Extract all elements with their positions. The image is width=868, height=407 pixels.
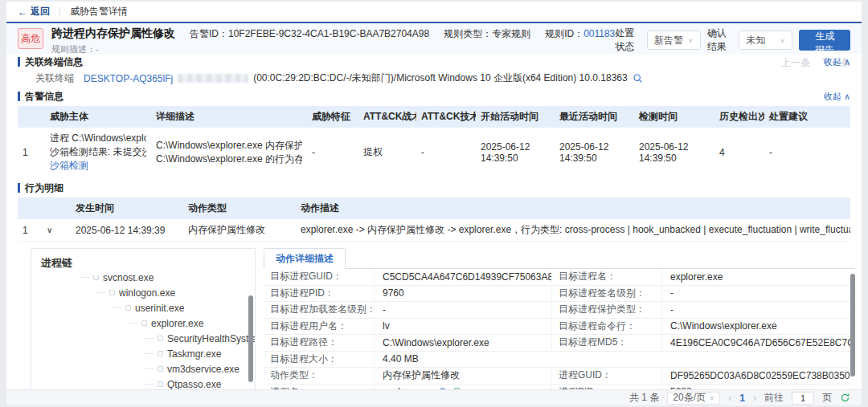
alert-info-section: 告警信息 收起 ∧ 威胁主体 详细描述 威胁特征 ATT&CK战术 ATT&CK… — [6, 88, 862, 177]
section-accent-bar — [18, 183, 20, 193]
action-detail-panel: 动作详细描述 目标进程GUID： C5CD5CA4A647C6D14939CF7… — [264, 248, 855, 405]
confirm-result-label: 确认结果 — [707, 26, 733, 54]
tree-connector — [145, 353, 154, 354]
redacted-ip — [178, 74, 248, 83]
section-accent-bar — [18, 92, 20, 101]
dispose-status-select[interactable]: 新告警 ∨ — [647, 31, 701, 50]
terminal-hostname-link[interactable]: DESKTOP-AQ365lFj — [84, 73, 173, 84]
alert-id: 告警ID：10F2FEBE-9C32-4CA1-B19C-BAA7B2704A9… — [190, 27, 429, 41]
tree-item[interactable]: userinit.exe — [31, 300, 255, 315]
tree-item[interactable]: Taskmgr.exe — [31, 346, 255, 361]
total-count: 共 1 条 — [629, 391, 659, 405]
confirm-result-select[interactable]: 未知 ∨ — [739, 31, 792, 50]
process-chain-scrollbar[interactable] — [248, 295, 253, 382]
recent-time-cell: 2025-06-12 14:39:50 — [555, 128, 634, 177]
detail-row: 目标进程用户名： lv 目标进程命令行： C:\Windows\explorer… — [264, 319, 850, 336]
goto-label: 前往 — [764, 391, 784, 405]
tree-connector — [81, 277, 89, 278]
prev-page-icon[interactable]: ‹ — [728, 393, 731, 404]
tree-connector — [113, 307, 121, 308]
generate-report-button[interactable]: 生成报告 — [799, 30, 850, 51]
detail-row: 目标进程大小： 4.40 MB — [264, 352, 850, 368]
tree-node-icon — [125, 305, 131, 311]
tree-node-icon — [109, 290, 115, 295]
attck-technique-cell: - — [416, 128, 476, 177]
process-chain-title: 进程链 — [31, 249, 255, 275]
behavior-expanded-area: 进程链 svchost.exe winlogon.exe userinit.ex… — [6, 245, 862, 405]
terminal-section-title: 关联终端信息 — [25, 55, 83, 69]
alert-header: 高危 跨进程内存保护属性修改 告警ID：10F2FEBE-9C32-4CA1-B… — [6, 23, 862, 54]
alert-info-header-row: 威胁主体 详细描述 威胁特征 ATT&CK战术 ATT&CK技术 开始活动时间 … — [18, 106, 850, 128]
chevron-down-icon: ∨ — [780, 37, 785, 44]
behavior-table: 发生时间 动作类型 动作描述 1 ∨ 2025-06-12 14:39:39 内… — [18, 197, 850, 242]
tree-node-icon — [141, 320, 147, 326]
refresh-icon[interactable] — [840, 393, 850, 403]
chevron-up-icon: ∧ — [844, 57, 850, 67]
back-label: 返回 — [31, 5, 50, 18]
chevron-down-icon: ∨ — [709, 394, 714, 401]
process-tree: svchost.exe winlogon.exe userinit.exe ex… — [31, 275, 255, 405]
tree-item[interactable]: explorer.exe — [31, 315, 255, 331]
tree-item[interactable]: svchost.exe — [31, 275, 255, 285]
tree-connector — [145, 338, 154, 339]
tree-connector — [145, 384, 154, 385]
search-icon[interactable] — [633, 73, 643, 83]
detail-panel-scrollbar[interactable] — [850, 274, 855, 376]
action-type-cell: 内存保护属性修改 — [183, 219, 296, 242]
tab-action-detail[interactable]: 动作详细描述 — [264, 248, 346, 269]
tree-node-icon — [158, 336, 163, 341]
occur-time-cell: 2025-06-12 14:39:39 — [71, 219, 183, 242]
behavior-section-title: 行为明细 — [25, 181, 63, 195]
next-page-icon[interactable]: › — [753, 393, 756, 404]
action-detail-grid: 目标进程GUID： C5CD5CA4A647C6D14939CF75063A87… — [264, 269, 850, 405]
detail-row: 动作类型： 内存保护属性修改 进程GUID： DF95265DC03A6D8C0… — [264, 368, 850, 385]
alert-info-row: 1 进程 C:\Windows\explorer.exe 沙箱检测结果: 未提交… — [18, 128, 850, 177]
row-index: 1 — [18, 219, 42, 242]
page-number[interactable]: 1 — [739, 393, 745, 404]
page-size-select[interactable]: 20条/页 ∨ — [667, 392, 720, 405]
topbar-divider — [59, 7, 60, 17]
detect-time-cell: 2025-06-12 14:39:50 — [634, 128, 714, 177]
back-button[interactable]: ← 返回 — [18, 5, 50, 18]
goto-page-input[interactable] — [792, 392, 814, 405]
prev-item-button[interactable]: 上一条 — [781, 56, 810, 70]
tree-item[interactable]: SecurityHealthSystray.exe — [31, 331, 255, 346]
action-desc-cell: explorer.exe -> 内存保护属性修改 -> explorer.exe… — [296, 219, 850, 242]
page-unit-label: 页 — [822, 391, 832, 405]
tree-connector — [129, 323, 137, 324]
terminal-collapse-link[interactable]: 收起 ∧ — [824, 56, 850, 68]
threat-subject-cell: 进程 C:\Windows\explorer.exe 沙箱检测结果: 未提交沙箱… — [45, 128, 151, 177]
tree-item[interactable]: vm3dservice.exe — [31, 361, 255, 376]
detail-tab-bar: 动作详细描述 — [264, 248, 855, 269]
chevron-down-icon: ∨ — [687, 37, 693, 44]
rule-description: 规则描述：- — [51, 43, 615, 55]
alert-info-collapse-link[interactable]: 收起 ∧ — [824, 91, 850, 103]
detail-desc-cell: C:\Windows\explorer.exe 内存保护属性修改PayLoad … — [151, 128, 307, 177]
tree-node-icon — [93, 275, 99, 280]
section-accent-bar — [18, 57, 20, 67]
chevron-up-icon: ∧ — [844, 92, 850, 102]
behavior-row: 1 ∨ 2025-06-12 14:39:39 内存保护属性修改 explore… — [18, 219, 850, 242]
rule-type: 规则类型：专家规则 — [444, 27, 530, 41]
detail-row: 目标进程路径： C:\Windows\explorer.exe 目标进程MD5：… — [264, 335, 850, 352]
back-arrow-icon: ← — [18, 6, 27, 18]
alert-title: 跨进程内存保护属性修改 — [51, 26, 175, 41]
tree-node-icon — [158, 366, 163, 372]
history-count-link[interactable]: 4 — [714, 128, 764, 177]
tree-connector — [97, 292, 105, 293]
rule-id: 规则ID：001183 — [545, 27, 615, 41]
tree-item[interactable]: winlogon.exe — [31, 285, 255, 300]
behavior-header-row: 发生时间 动作类型 动作描述 — [18, 197, 850, 219]
sandbox-detect-link[interactable]: 沙箱检测 — [50, 159, 146, 173]
start-time-cell: 2025-06-12 14:39:50 — [476, 128, 555, 177]
alert-info-table: 威胁主体 详细描述 威胁特征 ATT&CK战术 ATT&CK技术 开始活动时间 … — [18, 106, 850, 177]
tree-node-icon — [158, 381, 163, 387]
detail-row: 目标进程加载签名级别： - 目标进程保护类型： - — [264, 302, 850, 319]
row-index: 1 — [18, 128, 45, 177]
rule-id-link[interactable]: 001183 — [583, 28, 615, 39]
tree-connector — [145, 368, 154, 369]
row-expand-chevron-icon[interactable]: ∨ — [42, 219, 71, 242]
main-window: ← 返回 威胁告警详情 高危 跨进程内存保护属性修改 告警ID：10F2FEBE… — [6, 2, 862, 405]
detail-row: 目标进程PID： 9760 目标进程签名级别： - — [264, 286, 850, 303]
severity-badge: 高危 — [18, 28, 43, 49]
